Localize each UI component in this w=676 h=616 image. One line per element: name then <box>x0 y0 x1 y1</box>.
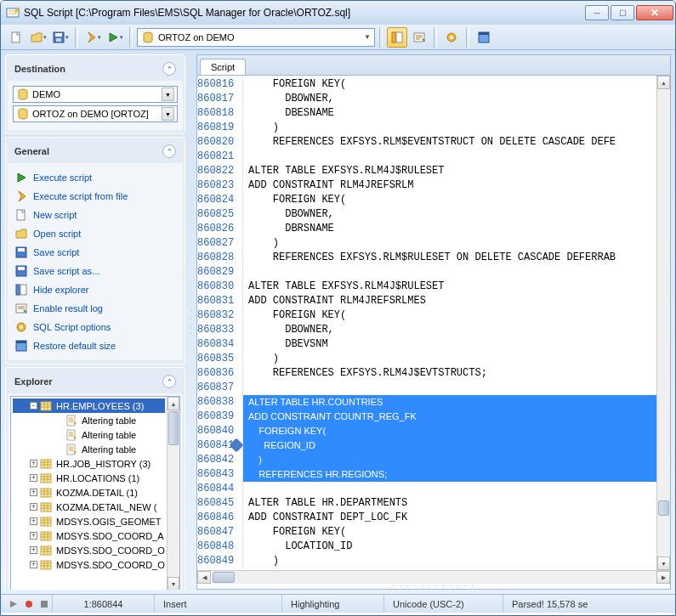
svg-rect-28 <box>67 415 75 426</box>
action-execute-script-from-file[interactable]: Execute script from file <box>13 187 178 206</box>
run-button[interactable]: ▾ <box>105 27 125 48</box>
connection-combo[interactable]: ORTOZ on DEMO ▼ <box>137 28 375 47</box>
tab-bar: Script <box>197 55 670 75</box>
stop-icon[interactable] <box>37 600 52 608</box>
tree-item[interactable]: +MDSYS.SDO_COORD_O <box>13 543 165 557</box>
svg-rect-35 <box>41 517 51 526</box>
svg-rect-34 <box>41 503 51 511</box>
toggle-explorer-button[interactable] <box>387 27 407 48</box>
svg-rect-7 <box>396 32 402 42</box>
action-open-script[interactable]: Open script <box>13 224 178 243</box>
script-tab[interactable]: Script <box>200 59 246 75</box>
explorer-title: Explorer <box>14 376 53 387</box>
scroll-left-icon[interactable]: ◀ <box>197 571 211 584</box>
action-save-script[interactable]: Save script <box>13 243 178 262</box>
options-button[interactable] <box>441 27 462 48</box>
tree-item[interactable]: +KOZMA.DETAIL (1) <box>13 485 165 500</box>
svg-rect-6 <box>392 32 395 42</box>
svg-rect-33 <box>41 489 51 497</box>
scroll-thumb[interactable] <box>168 411 179 445</box>
tree-item[interactable]: +HR.LOCATIONS (1) <box>13 471 165 485</box>
action-execute-script[interactable]: Execute script <box>13 168 178 187</box>
collapse-icon[interactable]: ⌃ <box>162 62 176 76</box>
general-title: General <box>14 146 49 156</box>
highlighting-status: Highlighting <box>281 595 383 613</box>
tree-item[interactable]: +MDSYS.SDO_COORD_A <box>13 528 165 543</box>
action-new-script[interactable]: New script <box>13 206 178 224</box>
tree-item[interactable]: Altering table <box>13 427 165 442</box>
encoding-status: Unicode (USC-2) <box>383 595 503 613</box>
action-save-script-as-[interactable]: Save script as... <box>13 262 178 280</box>
tree-item[interactable]: +MDSYS.SDO_COORD_O <box>13 557 165 572</box>
scroll-up-icon[interactable]: ▲ <box>168 397 179 410</box>
svg-point-24 <box>20 325 23 329</box>
action-hide-explorer[interactable]: Hide explorer <box>13 280 178 299</box>
svg-rect-31 <box>41 460 51 468</box>
explorer-tree[interactable]: -HR.EMPLOYEES (3)Altering tableAltering … <box>10 396 180 590</box>
save-script-button[interactable]: ▾ <box>50 27 71 48</box>
app-icon <box>6 6 20 20</box>
open-script-button[interactable]: ▾ <box>28 27 48 48</box>
connection-label: ORTOZ on DEMO <box>158 32 234 42</box>
code-editor[interactable]: FOREIGN KEY( DBOWNER, DBESNAME ) REFEREN… <box>243 76 656 570</box>
bottom-splitter[interactable]: · · · · · · · · · · · · <box>197 584 670 589</box>
svg-rect-4 <box>56 38 61 42</box>
close-button[interactable]: ✕ <box>636 5 673 20</box>
execute-button[interactable]: ▾ <box>82 27 103 48</box>
horizontal-scrollbar[interactable]: ◀ ▶ <box>197 570 670 584</box>
svg-rect-30 <box>67 444 75 455</box>
line-gutter: 860816 860817 860818 860819 860820 86082… <box>197 76 243 570</box>
play-icon[interactable] <box>6 600 21 608</box>
restore-size-button[interactable] <box>474 27 494 48</box>
collapse-icon[interactable]: ⌃ <box>162 375 176 388</box>
svg-rect-1 <box>12 32 20 42</box>
splitter[interactable]: ···· <box>189 54 193 590</box>
action-sql-script-options[interactable]: SQL Script options <box>13 318 178 336</box>
svg-rect-20 <box>16 285 20 295</box>
database-combo[interactable]: DEMO▼ <box>13 86 178 103</box>
connection-combo-2[interactable]: ORTOZ on DEMO [ORTOZ]▼ <box>13 105 178 122</box>
tree-item[interactable]: +HR.JOB_HISTORY (3) <box>13 456 165 471</box>
explorer-panel: Explorer⌃ -HR.EMPLOYEES (3)Altering tabl… <box>5 367 185 590</box>
tree-item[interactable]: +KOZMA.DETAIL_NEW ( <box>13 500 165 514</box>
tree-item[interactable]: +MDSYS.OGIS_GEOMET <box>13 514 165 528</box>
side-panel: Destination⌃ DEMO▼ ORTOZ on DEMO [ORTOZ]… <box>5 54 185 590</box>
svg-rect-17 <box>18 248 25 251</box>
svg-rect-3 <box>55 33 62 37</box>
collapse-icon[interactable]: ⌃ <box>162 144 176 158</box>
svg-rect-36 <box>41 532 51 540</box>
tree-scrollbar[interactable]: ▲ ▼ <box>167 397 179 590</box>
svg-rect-29 <box>67 430 75 440</box>
result-log-button[interactable] <box>409 27 429 48</box>
scroll-down-icon[interactable]: ▼ <box>168 577 179 590</box>
action-restore-default-size[interactable]: Restore default size <box>13 336 178 355</box>
scroll-up-icon[interactable]: ▲ <box>657 76 670 89</box>
svg-rect-12 <box>479 32 489 35</box>
tree-item[interactable]: Altering table <box>13 442 165 456</box>
vertical-scrollbar[interactable]: ▲ ▼ <box>656 76 670 570</box>
editor-panel: Script 860816 860817 860818 860819 86082… <box>196 54 671 590</box>
insert-mode: Insert <box>154 595 281 613</box>
svg-rect-21 <box>20 285 26 295</box>
scroll-down-icon[interactable]: ▼ <box>657 557 670 570</box>
svg-rect-26 <box>16 341 26 343</box>
cursor-position: 1:860844 <box>52 595 154 613</box>
destination-title: Destination <box>14 64 65 74</box>
scroll-thumb[interactable] <box>213 572 235 583</box>
scroll-right-icon[interactable]: ▶ <box>656 571 670 584</box>
new-script-button[interactable] <box>6 27 26 48</box>
general-panel: General⌃ Execute scriptExecute script fr… <box>5 137 185 365</box>
record-icon[interactable] <box>21 600 37 608</box>
scroll-thumb[interactable] <box>658 500 669 516</box>
svg-rect-32 <box>41 474 51 483</box>
toolbar: ▾ ▾ ▾ ▾ ORTOZ on DEMO ▼ <box>1 25 675 50</box>
tree-item[interactable]: Altering table <box>13 413 165 427</box>
tree-item[interactable]: -HR.EMPLOYEES (3) <box>13 398 165 413</box>
title-bar: SQL Script [C:\Program Files\EMS\SQL Man… <box>1 1 675 25</box>
status-bar: 1:860844 Insert Highlighting Unicode (US… <box>1 594 675 613</box>
minimize-button[interactable]: ─ <box>585 5 609 20</box>
database-value: DEMO <box>32 89 60 99</box>
action-enable-result-log[interactable]: Enable result log <box>13 299 178 318</box>
maximize-button[interactable]: ☐ <box>611 5 634 20</box>
svg-rect-27 <box>41 402 51 410</box>
